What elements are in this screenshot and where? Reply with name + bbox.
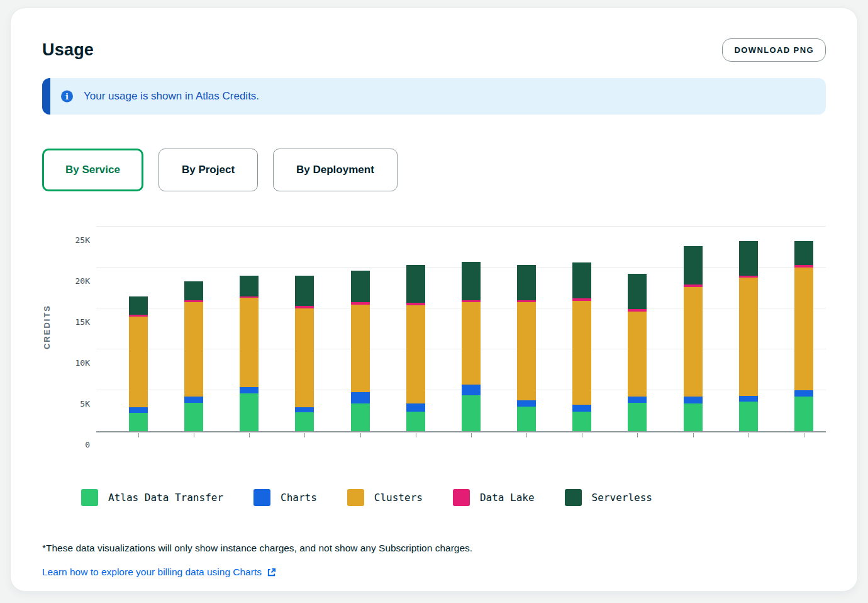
bar-segment [462,395,481,431]
bar-segment [295,308,314,407]
bar-segment [295,412,314,431]
x-axis-tick [582,433,582,437]
bar-segment [462,385,481,395]
bar-segment [517,407,536,431]
stacked-bar[interactable] [572,262,591,431]
stacked-bar[interactable] [794,241,813,431]
download-png-button[interactable]: DOWNLOAD PNG [722,38,826,62]
x-axis-tick [304,433,305,437]
bar-segment [462,302,481,385]
x-axis-tick [138,433,139,437]
legend-item[interactable]: Clusters [347,489,423,506]
bar-segment [684,287,703,397]
bar-segment [572,262,591,298]
y-axis-title: CREDITS [42,305,61,349]
tab-by-deployment[interactable]: By Deployment [273,149,398,191]
bar-segment [184,302,203,397]
bar-segment [406,403,425,412]
bar-segment [684,397,703,403]
info-icon: i [61,91,73,103]
stacked-bar[interactable] [628,274,647,431]
y-tick-label: 5K [80,398,90,410]
usage-card: Usage DOWNLOAD PNG i Your usage is shown… [10,8,858,592]
bar-segment [406,412,425,431]
bar-segment [295,407,314,412]
bar-segment [129,407,148,413]
gridline [96,226,826,227]
tab-by-service[interactable]: By Service [42,149,143,191]
legend-swatch [253,489,270,506]
bar-segment [351,403,370,431]
billing-charts-link[interactable]: Learn how to explore your billing data u… [42,566,276,578]
legend-label: Clusters [374,492,423,504]
bar-segment [684,403,703,431]
banner-text: Your usage is shown in Atlas Credits. [84,90,259,103]
view-tabs: By Service By Project By Deployment [42,149,826,191]
chart-legend: Atlas Data TransferChartsClustersData La… [81,489,826,506]
bar-segment [351,271,370,302]
bar-segment [517,400,536,407]
bar-segment [684,246,703,285]
bar-segment [240,276,259,296]
bar-segment [517,302,536,400]
y-tick-label: 0 [85,439,90,451]
x-axis-tick [804,433,804,437]
bar-segment [628,312,647,397]
legend-swatch [565,489,582,506]
x-axis-tick [693,433,694,437]
stacked-bar[interactable] [684,246,703,431]
bar-segment [794,390,813,397]
external-link-icon [267,568,276,577]
bar-segment [240,387,259,393]
bar-segment [351,305,370,392]
bar-segment [739,278,758,397]
bar-segment [794,241,813,265]
stacked-bar[interactable] [184,281,203,431]
bar-segment [517,265,536,300]
legend-item[interactable]: Data Lake [453,489,535,506]
chart-plot [96,228,826,432]
x-axis-tick [360,433,361,437]
bar-segment [240,298,259,387]
bar-segment [572,405,591,411]
stacked-bar[interactable] [406,265,425,431]
legend-label: Charts [281,492,317,504]
bar-segment [572,301,591,405]
bar-segment [628,397,647,402]
bar-segment [628,403,647,432]
bar-segment [739,402,758,431]
bar-segment [129,317,148,407]
legend-item[interactable]: Charts [253,489,317,506]
stacked-bar[interactable] [462,262,481,431]
stacked-bar[interactable] [517,265,536,431]
legend-label: Data Lake [480,492,535,504]
x-axis-tick [748,433,749,437]
x-axis-tick [471,433,472,437]
bar-segment [462,262,481,300]
bar-segment [406,265,425,303]
tab-by-project[interactable]: By Project [159,149,258,191]
bar-segment [184,281,203,300]
legend-item[interactable]: Serverless [565,489,652,506]
page-title: Usage [42,40,94,60]
bar-segment [295,276,314,306]
stacked-bar[interactable] [351,271,370,431]
legend-label: Atlas Data Transfer [108,492,223,504]
banner-accent-bar [42,78,50,115]
stacked-bar[interactable] [129,296,148,431]
billing-charts-link-label: Learn how to explore your billing data u… [42,566,262,578]
header-row: Usage DOWNLOAD PNG [42,38,826,62]
x-axis-tick [416,433,416,437]
stacked-bar[interactable] [739,241,758,431]
bar-segment [240,393,259,431]
stacked-bar[interactable] [240,276,259,431]
footnote: *These data visualizations will only sho… [42,543,826,554]
y-tick-label: 10K [75,358,90,369]
y-tick-label: 15K [75,317,90,328]
bar-segment [406,305,425,403]
legend-item[interactable]: Atlas Data Transfer [81,489,223,506]
stacked-bar[interactable] [295,276,314,431]
legend-label: Serverless [592,492,652,504]
bar-segment [184,397,203,402]
usage-chart: CREDITS 05K10K15K20K25K [42,228,826,445]
